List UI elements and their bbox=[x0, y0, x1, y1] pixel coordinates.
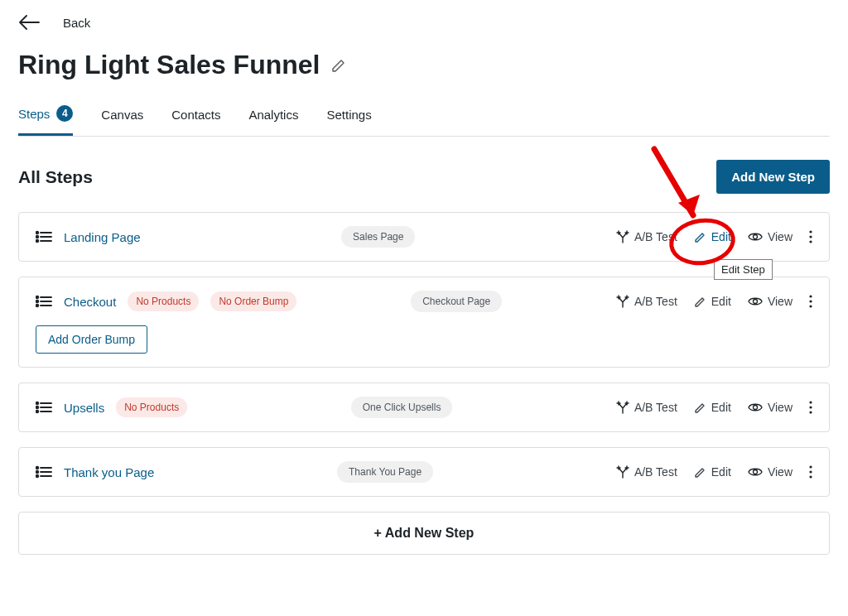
pencil-icon[interactable] bbox=[331, 58, 346, 73]
back-arrow-icon[interactable] bbox=[18, 15, 40, 30]
pencil-icon bbox=[694, 296, 706, 308]
list-drag-icon[interactable] bbox=[36, 465, 52, 479]
svg-point-26 bbox=[753, 406, 757, 410]
edit-button[interactable]: Edit bbox=[694, 295, 731, 308]
svg-point-13 bbox=[36, 296, 39, 299]
svg-point-38 bbox=[809, 470, 812, 473]
add-order-bump-button[interactable]: Add Order Bump bbox=[36, 325, 147, 354]
step-name-link[interactable]: Upsells bbox=[64, 401, 104, 415]
svg-point-37 bbox=[809, 465, 812, 468]
svg-point-17 bbox=[809, 295, 812, 297]
tab-contacts[interactable]: Contacts bbox=[171, 105, 220, 136]
svg-point-14 bbox=[36, 301, 39, 303]
eye-icon bbox=[748, 231, 763, 243]
pencil-icon bbox=[694, 231, 706, 243]
svg-point-23 bbox=[36, 402, 39, 405]
svg-point-33 bbox=[36, 467, 39, 469]
svg-point-7 bbox=[809, 230, 812, 233]
svg-point-16 bbox=[753, 300, 757, 304]
add-new-step-button[interactable]: Add New Step bbox=[716, 160, 830, 194]
eye-icon bbox=[748, 466, 763, 478]
step-name-link[interactable]: Landing Page bbox=[64, 230, 141, 244]
pencil-icon bbox=[694, 402, 706, 414]
more-icon[interactable] bbox=[809, 230, 812, 243]
view-button[interactable]: View bbox=[748, 230, 793, 243]
tab-canvas[interactable]: Canvas bbox=[101, 105, 143, 136]
edit-button[interactable]: Edit bbox=[694, 230, 731, 243]
abtest-button[interactable]: A/B Test bbox=[616, 465, 677, 479]
svg-point-35 bbox=[36, 475, 39, 478]
step-card: Checkout No Products No Order Bump Check… bbox=[18, 277, 830, 368]
list-drag-icon[interactable] bbox=[36, 401, 52, 414]
svg-point-19 bbox=[809, 305, 812, 307]
svg-point-15 bbox=[36, 305, 39, 307]
svg-point-34 bbox=[36, 471, 39, 474]
edit-button[interactable]: Edit bbox=[694, 465, 731, 479]
warning-badge: No Products bbox=[128, 291, 199, 311]
abtest-button[interactable]: A/B Test bbox=[616, 295, 677, 308]
svg-point-25 bbox=[36, 411, 39, 413]
svg-point-4 bbox=[36, 236, 39, 238]
edit-button[interactable]: Edit bbox=[694, 401, 731, 414]
step-type-badge: One Click Upsells bbox=[351, 397, 453, 418]
svg-point-8 bbox=[809, 235, 812, 238]
split-icon bbox=[616, 401, 629, 414]
more-icon[interactable] bbox=[809, 401, 812, 414]
tooltip: Edit Step bbox=[714, 259, 773, 280]
view-button[interactable]: View bbox=[748, 401, 793, 414]
list-drag-icon[interactable] bbox=[36, 230, 52, 243]
add-new-step-row[interactable]: + Add New Step bbox=[18, 512, 830, 555]
svg-point-3 bbox=[36, 232, 39, 234]
more-icon[interactable] bbox=[809, 295, 812, 308]
svg-point-9 bbox=[809, 240, 812, 243]
abtest-button[interactable]: A/B Test bbox=[616, 230, 677, 243]
step-card: Landing Page Sales Page A/B Test Edit Vi… bbox=[18, 212, 830, 262]
step-name-link[interactable]: Thank you Page bbox=[64, 465, 154, 479]
tab-settings[interactable]: Settings bbox=[326, 105, 371, 136]
tab-bar: Steps 4 Canvas Contacts Analytics Settin… bbox=[18, 105, 830, 137]
view-button[interactable]: View bbox=[748, 295, 793, 308]
page-title: Ring Light Sales Funnel bbox=[18, 50, 320, 80]
step-card: Thank you Page Thank You Page A/B Test E… bbox=[18, 447, 830, 497]
abtest-button[interactable]: A/B Test bbox=[616, 401, 677, 414]
svg-point-18 bbox=[809, 300, 812, 302]
svg-point-24 bbox=[36, 407, 39, 409]
more-icon[interactable] bbox=[809, 465, 812, 479]
svg-point-36 bbox=[753, 470, 757, 474]
warning-badge: No Order Bump bbox=[210, 291, 296, 311]
step-card: Upsells No Products One Click Upsells A/… bbox=[18, 383, 830, 432]
tab-steps[interactable]: Steps 4 bbox=[18, 105, 73, 136]
svg-point-27 bbox=[809, 401, 812, 403]
eye-icon bbox=[748, 296, 763, 307]
warning-badge: No Products bbox=[116, 397, 187, 417]
section-title: All Steps bbox=[18, 167, 93, 187]
eye-icon bbox=[748, 402, 763, 413]
list-drag-icon[interactable] bbox=[36, 295, 52, 308]
back-button[interactable]: Back bbox=[63, 16, 90, 30]
svg-point-6 bbox=[753, 235, 757, 239]
step-name-link[interactable]: Checkout bbox=[64, 295, 116, 309]
split-icon bbox=[616, 230, 629, 243]
step-type-badge: Checkout Page bbox=[411, 291, 502, 312]
split-icon bbox=[616, 295, 629, 308]
svg-point-5 bbox=[36, 240, 39, 243]
tab-count-badge: 4 bbox=[56, 105, 73, 122]
tab-analytics[interactable]: Analytics bbox=[248, 105, 298, 136]
tab-label: Steps bbox=[18, 107, 50, 121]
step-type-badge: Sales Page bbox=[341, 226, 415, 248]
split-icon bbox=[616, 465, 629, 479]
svg-point-28 bbox=[809, 406, 812, 408]
svg-point-39 bbox=[809, 475, 812, 478]
svg-point-29 bbox=[809, 411, 812, 413]
pencil-icon bbox=[694, 466, 706, 479]
view-button[interactable]: View bbox=[748, 465, 793, 479]
step-type-badge: Thank You Page bbox=[337, 461, 433, 483]
